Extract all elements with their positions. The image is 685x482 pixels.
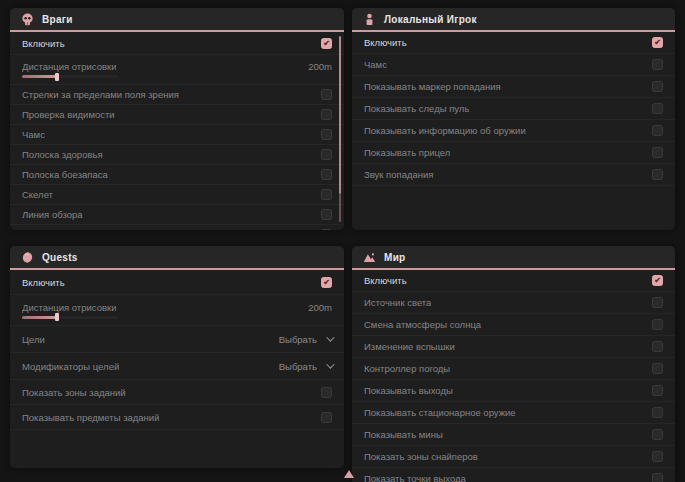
checkbox[interactable] bbox=[321, 189, 332, 200]
checkbox[interactable] bbox=[321, 412, 332, 423]
panel-title: Враги bbox=[42, 14, 73, 25]
setting-label: Смена атмосферы солнца bbox=[364, 319, 481, 330]
setting-row: Дистанция отрисовки200m bbox=[10, 295, 344, 326]
setting-label: Показывать стационарное оружие bbox=[364, 407, 516, 418]
setting-label: Показывать следы пуль bbox=[22, 229, 127, 230]
setting-label: Проверка видимости bbox=[22, 109, 115, 120]
setting-row: Звук попадания bbox=[352, 164, 675, 186]
setting-label: Показывать предметы заданий bbox=[22, 412, 159, 423]
setting-label: Показывать мины bbox=[364, 429, 443, 440]
render-distance-slider[interactable] bbox=[22, 75, 118, 78]
mountain-icon bbox=[363, 251, 376, 264]
setting-row: Полоска здоровья bbox=[10, 145, 344, 165]
checkbox[interactable] bbox=[321, 229, 332, 230]
checkbox[interactable] bbox=[321, 149, 332, 160]
scrollbar-thumb[interactable] bbox=[339, 36, 341, 194]
panel-quests: Quests Включить✔Дистанция отрисовки200mЦ… bbox=[10, 246, 344, 468]
setting-row: Скелет bbox=[10, 185, 344, 205]
setting-row: Контроллер погоды bbox=[352, 358, 675, 380]
panel-world-header: Мир bbox=[352, 246, 675, 270]
panel-title: Мир bbox=[384, 252, 406, 263]
setting-row: Показывать стационарное оружие bbox=[352, 402, 675, 424]
slider-fill bbox=[22, 316, 58, 319]
checkbox[interactable] bbox=[321, 129, 332, 140]
setting-row: Показывать прицел bbox=[352, 142, 675, 164]
setting-label: Цели bbox=[22, 334, 45, 345]
setting-label: Стрелки за пределами поля зрения bbox=[22, 89, 179, 100]
setting-row: Показывать следы пуль bbox=[10, 225, 344, 230]
setting-label: Изменение вспышки bbox=[364, 341, 455, 352]
checkbox[interactable] bbox=[652, 451, 663, 462]
render-distance-slider[interactable] bbox=[22, 316, 118, 319]
checkbox[interactable]: ✔ bbox=[652, 37, 663, 48]
setting-label: Дистанция отрисовки bbox=[22, 302, 116, 313]
dropdown[interactable]: Выбрать bbox=[279, 361, 332, 372]
setting-row: Показать зоны снайперов bbox=[352, 446, 675, 468]
chevron-down-icon bbox=[326, 360, 334, 368]
panel-enemies-header: Враги bbox=[10, 8, 344, 32]
setting-label: Включить bbox=[364, 275, 407, 286]
person-icon bbox=[363, 13, 376, 26]
checkbox[interactable] bbox=[652, 473, 663, 482]
setting-label: Показывать прицел bbox=[364, 147, 450, 158]
checkbox[interactable] bbox=[652, 341, 663, 352]
checkbox[interactable] bbox=[652, 407, 663, 418]
slider-handle[interactable] bbox=[55, 73, 59, 81]
checkbox[interactable] bbox=[652, 169, 663, 180]
setting-row: Включить✔ bbox=[10, 32, 344, 55]
setting-row: Показывать предметы заданий bbox=[10, 405, 344, 430]
setting-label: Источник света bbox=[364, 297, 431, 308]
setting-row: Включить✔ bbox=[352, 270, 675, 292]
setting-row: Показывать выходы bbox=[352, 380, 675, 402]
checkbox[interactable] bbox=[652, 363, 663, 374]
setting-label: Включить bbox=[22, 277, 65, 288]
checkbox[interactable] bbox=[321, 169, 332, 180]
checkbox[interactable] bbox=[652, 59, 663, 70]
setting-label: Показать зоны заданий bbox=[22, 387, 126, 398]
cursor-icon bbox=[344, 470, 354, 478]
setting-label: Показать зоны снайперов bbox=[364, 451, 478, 462]
setting-label: Полоска здоровья bbox=[22, 149, 103, 160]
scrollbar-track[interactable] bbox=[339, 194, 341, 222]
setting-row: Источник света bbox=[352, 292, 675, 314]
slider-handle[interactable] bbox=[55, 313, 59, 321]
setting-label: Дистанция отрисовки bbox=[22, 61, 116, 72]
checkbox[interactable]: ✔ bbox=[652, 275, 663, 286]
skull-icon bbox=[21, 13, 34, 26]
checkbox[interactable] bbox=[652, 125, 663, 136]
setting-row: Показывать следы пуль bbox=[352, 98, 675, 120]
checkbox[interactable]: ✔ bbox=[321, 277, 332, 288]
checkbox[interactable] bbox=[652, 81, 663, 92]
panel-world: Мир Включить✔Источник светаСмена атмосфе… bbox=[352, 246, 675, 482]
slider-value: 200m bbox=[308, 61, 332, 72]
checkbox[interactable] bbox=[321, 387, 332, 398]
checkbox[interactable] bbox=[652, 319, 663, 330]
checkbox[interactable] bbox=[652, 147, 663, 158]
panel-local-player: Локальный Игрок Включить✔ЧамсПоказывать … bbox=[352, 8, 675, 230]
setting-row: Стрелки за пределами поля зрения bbox=[10, 85, 344, 105]
setting-label: Чамс bbox=[22, 129, 45, 140]
setting-row: Модификаторы целейВыбрать bbox=[10, 353, 344, 380]
checkbox[interactable] bbox=[321, 109, 332, 120]
setting-label: Включить bbox=[22, 38, 65, 49]
setting-row: Показывать мины bbox=[352, 424, 675, 446]
dropdown[interactable]: Выбрать bbox=[279, 334, 332, 345]
checkbox[interactable] bbox=[652, 385, 663, 396]
checkbox[interactable] bbox=[652, 429, 663, 440]
checkbox[interactable]: ✔ bbox=[321, 38, 332, 49]
checkbox[interactable] bbox=[652, 103, 663, 114]
setting-row: Показывать маркер попадания bbox=[352, 76, 675, 98]
setting-row: Показать точки выхода bbox=[352, 468, 675, 482]
checkbox[interactable] bbox=[652, 297, 663, 308]
checkbox[interactable] bbox=[321, 89, 332, 100]
setting-row: Дистанция отрисовки200m bbox=[10, 55, 344, 85]
setting-label: Звук попадания bbox=[364, 169, 434, 180]
setting-label: Показывать следы пуль bbox=[364, 103, 469, 114]
setting-row: Чамс bbox=[10, 125, 344, 145]
setting-row: Показывать информацию об оружии bbox=[352, 120, 675, 142]
quest-icon bbox=[21, 251, 34, 264]
slider-value: 200m bbox=[308, 302, 332, 313]
setting-label: Скелет bbox=[22, 189, 53, 200]
setting-row: Полоска боезапаса bbox=[10, 165, 344, 185]
checkbox[interactable] bbox=[321, 209, 332, 220]
